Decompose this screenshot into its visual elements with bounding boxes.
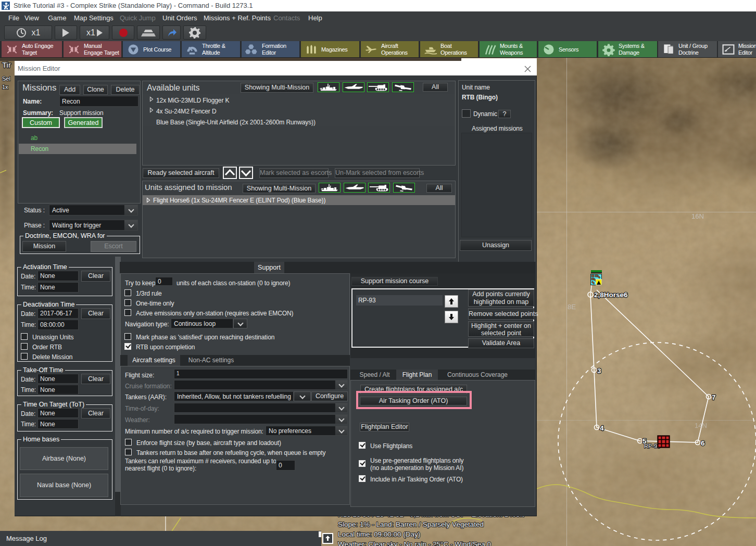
svg-text:2,8Horse6: 2,8Horse6 [594,291,628,299]
svg-text:6: 6 [701,439,705,447]
svg-text:1x: 1x [2,84,8,90]
svg-text:14N: 14N [695,422,707,429]
svg-text:Weather: Clear sky - No rain -: Weather: Clear sky - No rain - 25°C - Wi… [338,540,491,546]
svg-text:3: 3 [597,367,601,375]
svg-text:Tir: Tir [2,60,11,69]
svg-text:4: 4 [600,424,604,432]
svg-text:7: 7 [712,393,716,401]
svg-text:Local time: 09:00:00 (Day): Local time: 09:00:00 (Day) [338,530,420,538]
svg-text:Sel: Sel [2,75,10,82]
svg-text:16N: 16N [691,212,704,220]
svg-text:8E: 8E [568,303,576,311]
svg-text:Slope: 1% - Land: Barren / S: Slope: 1% - Land: Barren / Sparsely Vege… [338,520,484,528]
